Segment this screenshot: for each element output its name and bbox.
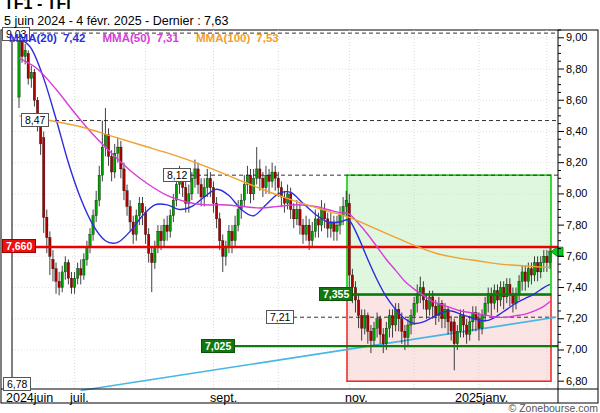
ma-legend-item: MMA(100)7,53	[196, 32, 279, 44]
ma-legend-value: 7,31	[156, 32, 178, 44]
ma-legend-value: 7,53	[256, 32, 278, 44]
ma-legend-name: MMA(100)	[196, 32, 250, 44]
ma-legend-name: MMA(50)	[103, 32, 151, 44]
ma-legend-name: MMA(20)	[9, 32, 57, 44]
zones	[347, 175, 551, 381]
watermark: © Zonebourse.com	[509, 402, 598, 413]
price-chart[interactable]	[0, 0, 600, 413]
ma-legend-item: MMA(20)7,42	[9, 32, 85, 44]
chart-subtitle: 5 juin 2024 - 4 févr. 2025 - Dernier : 7…	[4, 14, 228, 28]
chart-window: 9,008,808,608,408,208,007,807,607,407,20…	[0, 0, 600, 413]
ma-legend-item: MMA(50)7,31	[103, 32, 179, 44]
ma-legend: MMA(20)7,42 MMA(50)7,31 MMA(100)7,53	[9, 32, 293, 44]
page-title: TF1 - TFI	[4, 0, 71, 13]
resistance-zone	[347, 175, 551, 294]
ma-legend-value: 7,42	[63, 32, 85, 44]
